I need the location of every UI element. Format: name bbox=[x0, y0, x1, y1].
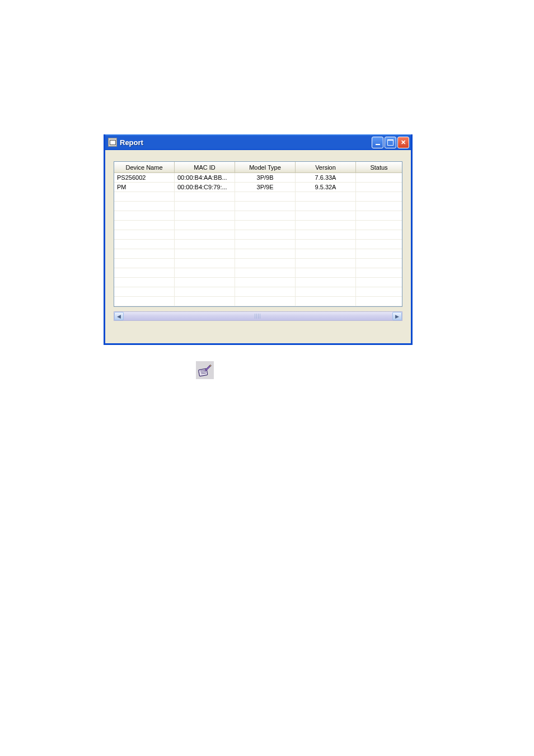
cell-empty bbox=[356, 259, 402, 268]
cell-empty bbox=[114, 278, 175, 287]
cell-empty bbox=[175, 202, 235, 211]
cell-empty bbox=[296, 249, 356, 258]
table-row-empty bbox=[114, 211, 402, 221]
column-header-status[interactable]: Status bbox=[356, 162, 402, 173]
cell-model: 3P/9E bbox=[235, 183, 296, 192]
cell-empty bbox=[235, 221, 296, 230]
cell-version: 9.5.32A bbox=[296, 183, 356, 192]
table-row-empty bbox=[114, 221, 402, 230]
cell-empty bbox=[296, 268, 356, 277]
device-listview[interactable]: Device Name MAC ID Model Type Version St… bbox=[114, 161, 402, 307]
cell-empty bbox=[296, 287, 356, 296]
cell-empty bbox=[235, 211, 296, 220]
cell-empty bbox=[356, 202, 402, 211]
cell-empty bbox=[114, 230, 175, 239]
cell-empty bbox=[114, 240, 175, 249]
cell-empty bbox=[296, 240, 356, 249]
cell-empty bbox=[175, 192, 235, 201]
cell-empty bbox=[114, 249, 175, 258]
column-header-model-type[interactable]: Model Type bbox=[235, 162, 296, 173]
cell-empty bbox=[356, 297, 402, 306]
listview-body: PS25600200:00:B4:AA:BB...3P/9B7.6.33APM0… bbox=[114, 173, 402, 306]
cell-empty bbox=[235, 202, 296, 211]
table-row-empty bbox=[114, 202, 402, 211]
cell-empty bbox=[114, 211, 175, 220]
column-header-mac-id[interactable]: MAC ID bbox=[175, 162, 235, 173]
cell-empty bbox=[296, 221, 356, 230]
scroll-track[interactable] bbox=[124, 312, 392, 320]
cell-empty bbox=[356, 192, 402, 201]
horizontal-scrollbar[interactable]: ◀ ▶ bbox=[114, 311, 402, 321]
cell-empty bbox=[296, 202, 356, 211]
table-row-empty bbox=[114, 249, 402, 259]
column-header-device-name[interactable]: Device Name bbox=[114, 162, 175, 173]
cell-device: PM bbox=[114, 183, 175, 192]
cell-empty bbox=[114, 192, 175, 201]
table-row-empty bbox=[114, 192, 402, 202]
cell-version: 7.6.33A bbox=[296, 173, 356, 182]
cell-empty bbox=[356, 211, 402, 220]
table-row-empty bbox=[114, 230, 402, 240]
cell-empty bbox=[296, 192, 356, 201]
cell-empty bbox=[175, 259, 235, 268]
cell-empty bbox=[235, 297, 296, 306]
cell-empty bbox=[235, 240, 296, 249]
setup-wizard-icon[interactable] bbox=[196, 361, 214, 379]
cell-empty bbox=[235, 268, 296, 277]
cell-empty bbox=[114, 202, 175, 211]
cell-empty bbox=[356, 287, 402, 296]
cell-empty bbox=[114, 297, 175, 306]
cell-empty bbox=[114, 287, 175, 296]
listview-header: Device Name MAC ID Model Type Version St… bbox=[114, 162, 402, 173]
column-header-version[interactable]: Version bbox=[296, 162, 356, 173]
cell-status bbox=[356, 183, 402, 192]
cell-empty bbox=[175, 230, 235, 239]
cell-empty bbox=[114, 221, 175, 230]
scroll-right-button[interactable]: ▶ bbox=[392, 312, 402, 320]
cell-empty bbox=[175, 297, 235, 306]
cell-empty bbox=[296, 278, 356, 287]
minimize-button[interactable] bbox=[372, 137, 383, 148]
scroll-left-button[interactable]: ◀ bbox=[114, 312, 124, 320]
cell-device: PS256002 bbox=[114, 173, 175, 182]
table-row-empty bbox=[114, 278, 402, 287]
cell-empty bbox=[114, 259, 175, 268]
cell-empty bbox=[356, 268, 402, 277]
window-controls bbox=[372, 137, 409, 148]
client-area: Device Name MAC ID Model Type Version St… bbox=[105, 150, 411, 343]
cell-empty bbox=[356, 240, 402, 249]
cell-mac: 00:00:B4:C9:79:... bbox=[175, 183, 235, 192]
cell-empty bbox=[296, 211, 356, 220]
maximize-button[interactable] bbox=[385, 137, 396, 148]
cell-empty bbox=[356, 249, 402, 258]
titlebar[interactable]: Report bbox=[105, 134, 411, 150]
app-icon bbox=[108, 138, 117, 147]
report-window: Report Device Name MAC ID Model Type Ver… bbox=[104, 134, 413, 345]
table-row-empty bbox=[114, 259, 402, 268]
cell-empty bbox=[175, 287, 235, 296]
scroll-grip-icon bbox=[255, 314, 261, 319]
cell-empty bbox=[296, 230, 356, 239]
cell-empty bbox=[356, 230, 402, 239]
cell-empty bbox=[235, 259, 296, 268]
table-row-empty bbox=[114, 287, 402, 297]
cell-empty bbox=[296, 297, 356, 306]
cell-empty bbox=[235, 278, 296, 287]
cell-status bbox=[356, 173, 402, 182]
cell-empty bbox=[175, 278, 235, 287]
cell-mac: 00:00:B4:AA:BB... bbox=[175, 173, 235, 182]
window-title: Report bbox=[120, 138, 372, 147]
table-row[interactable]: PS25600200:00:B4:AA:BB...3P/9B7.6.33A bbox=[114, 173, 402, 183]
cell-empty bbox=[235, 287, 296, 296]
close-button[interactable] bbox=[397, 137, 409, 148]
cell-empty bbox=[296, 259, 356, 268]
cell-empty bbox=[175, 268, 235, 277]
cell-empty bbox=[175, 240, 235, 249]
table-row-empty bbox=[114, 297, 402, 306]
cell-empty bbox=[175, 211, 235, 220]
table-row-empty bbox=[114, 240, 402, 249]
cell-empty bbox=[114, 268, 175, 277]
table-row[interactable]: PM00:00:B4:C9:79:...3P/9E9.5.32A bbox=[114, 183, 402, 192]
cell-empty bbox=[235, 192, 296, 201]
cell-empty bbox=[235, 249, 296, 258]
